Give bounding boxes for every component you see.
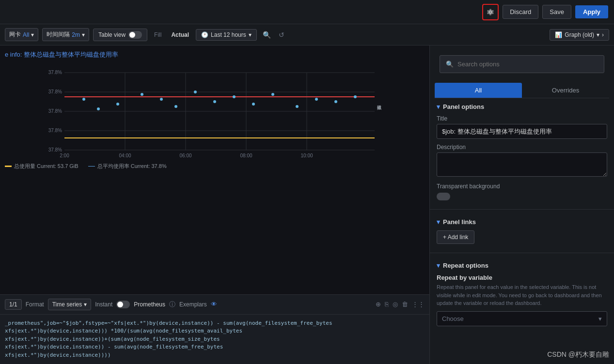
svg-text:2:00: 2:00 xyxy=(60,153,69,158)
interval-chip[interactable]: 时间间隔 2m ▾ xyxy=(42,28,89,41)
chart-legend: 总使用量 Current: 53.7 GiB 总平均使用率 Current: 3… xyxy=(5,163,425,170)
tab-overrides[interactable]: Overrides xyxy=(522,83,609,98)
table-view-switch[interactable] xyxy=(128,31,142,39)
duplicate-icon[interactable]: ⊕ xyxy=(376,301,381,308)
repeat-options-header[interactable]: ▾ Repeat options xyxy=(437,262,607,269)
svg-text:37.8%: 37.8% xyxy=(48,89,62,94)
svg-point-16 xyxy=(174,105,177,108)
svg-text:06:00: 06:00 xyxy=(179,153,191,158)
network-chip[interactable]: 网卡 All ▾ xyxy=(5,28,38,41)
svg-text:10:00: 10:00 xyxy=(300,153,313,158)
transparent-row: Transparent background xyxy=(437,183,607,190)
gear-button[interactable] xyxy=(482,4,499,20)
chart-container: 37.8% 37.8% 37.8% 37.8% 37.8% 2:00 04:00… xyxy=(5,63,425,160)
chevron-panel-icon: ▾ xyxy=(437,103,440,110)
query-text-area[interactable]: _prometheus",job=~"$job",fstype=~"xfs|ex… xyxy=(0,315,429,364)
choose-dropdown[interactable]: Choose ▾ xyxy=(437,311,607,326)
legend-color-yellow xyxy=(5,166,12,167)
chevron-down-icon: ▾ xyxy=(84,301,87,308)
svg-point-21 xyxy=(271,93,274,96)
search-bar[interactable]: 🔍 xyxy=(440,55,604,73)
title-input[interactable] xyxy=(437,124,607,139)
choose-label: Choose xyxy=(442,315,464,322)
refresh-button[interactable]: ↺ xyxy=(277,29,286,41)
svg-text:08:00: 08:00 xyxy=(240,153,252,158)
prometheus-label: Prometheus xyxy=(134,301,165,308)
svg-point-17 xyxy=(194,91,197,93)
panel-links-section: ▾ Panel links + Add link xyxy=(430,213,614,249)
svg-point-24 xyxy=(334,100,337,103)
main-content: e info: 整体总磁盘与整体平均磁盘使用率 xyxy=(0,46,614,364)
transparent-toggle[interactable] xyxy=(437,193,450,200)
svg-text:37.8%: 37.8% xyxy=(48,108,62,114)
legend-color-blue xyxy=(88,166,95,167)
table-view-toggle[interactable]: Table view xyxy=(93,29,147,41)
graph-panel-button[interactable]: 📊 Graph (old) ▾ › xyxy=(550,29,609,41)
panel-links-label: Panel links xyxy=(443,218,476,226)
svg-point-13 xyxy=(116,103,119,106)
format-label: Format xyxy=(26,301,44,308)
time-range-label: Last 12 hours xyxy=(211,31,246,38)
time-range-button[interactable]: 🕐 Last 12 hours ▾ xyxy=(196,29,257,41)
chart-area: e info: 整体总磁盘与整体平均磁盘使用率 xyxy=(0,46,429,294)
eye-icon[interactable]: 👁 xyxy=(211,301,217,308)
right-tabs: All Overrides xyxy=(435,83,609,98)
query-actions: ⊕ ⎘ ◎ 🗑 ⋮⋮ xyxy=(376,301,425,308)
transparent-label: Transparent background xyxy=(437,183,500,190)
right-panel: 🔍 All Overrides ▾ Panel options Title De… xyxy=(430,46,614,364)
tab-all[interactable]: All xyxy=(435,83,522,98)
add-link-button[interactable]: + Add link xyxy=(437,230,474,244)
chevron-icon2: ▾ xyxy=(82,31,85,38)
graph-icon: 📊 xyxy=(555,31,562,38)
svg-point-12 xyxy=(97,107,100,110)
chevron-repeat-icon: ▾ xyxy=(437,262,440,269)
copy-icon[interactable]: ⎘ xyxy=(385,301,389,308)
chevron-icon3: ▾ xyxy=(249,31,252,38)
title-label: Title xyxy=(437,115,607,122)
expand-icon: › xyxy=(602,31,604,38)
graph-panel-label: Graph (old) xyxy=(565,31,594,38)
repeat-by-label: Repeat by variable xyxy=(437,274,607,281)
instant-toggle[interactable] xyxy=(116,301,130,308)
svg-point-15 xyxy=(160,98,163,101)
drag-icon[interactable]: ⋮⋮ xyxy=(412,301,425,308)
instant-label: Instant xyxy=(95,301,112,308)
repeat-options-label: Repeat options xyxy=(443,262,488,269)
divider-1 xyxy=(430,209,614,210)
divider-2 xyxy=(430,253,614,253)
apply-button[interactable]: Apply xyxy=(575,5,608,18)
svg-point-11 xyxy=(82,98,85,101)
query-num[interactable]: 1/1 xyxy=(5,299,22,310)
panel-options-header[interactable]: ▾ Panel options xyxy=(437,103,607,110)
description-textarea[interactable] xyxy=(437,152,607,177)
zoom-out-button[interactable]: 🔍 xyxy=(261,29,273,41)
delete-icon[interactable]: 🗑 xyxy=(402,301,408,308)
svg-point-14 xyxy=(141,93,143,96)
chevron-icon4: ▾ xyxy=(597,31,599,38)
info-icon: ⓘ xyxy=(169,300,175,309)
svg-text:37.8%: 37.8% xyxy=(48,147,62,152)
repeat-description: Repeat this panel for each value in the … xyxy=(437,283,607,307)
format-select[interactable]: Time series ▾ xyxy=(48,299,92,310)
chevron-icon: ▾ xyxy=(31,31,34,38)
search-input[interactable] xyxy=(457,61,598,68)
panel-links-header[interactable]: ▾ Panel links xyxy=(437,218,607,226)
save-button[interactable]: Save xyxy=(542,5,571,19)
interval-label: 时间间隔 xyxy=(47,30,70,39)
interval-value: 2m xyxy=(72,31,80,38)
hide-icon[interactable]: ◎ xyxy=(393,301,398,308)
repeat-options-section: ▾ Repeat options Repeat by variable Repe… xyxy=(430,257,614,331)
svg-point-19 xyxy=(233,95,236,98)
chevron-links-icon: ▾ xyxy=(437,218,440,226)
actual-button[interactable]: Actual xyxy=(168,30,192,40)
network-label: 网卡 xyxy=(9,30,21,39)
panel-options-section: ▾ Panel options Title Description Transp… xyxy=(430,98,614,205)
clock-icon: 🕐 xyxy=(201,31,208,38)
discard-button[interactable]: Discard xyxy=(503,5,538,19)
format-value: Time series xyxy=(52,301,82,308)
panel-options-label: Panel options xyxy=(443,103,484,110)
fill-button[interactable]: Fill xyxy=(151,30,164,40)
chevron-choose-icon: ▾ xyxy=(598,315,602,322)
svg-point-20 xyxy=(252,103,255,106)
description-label: Description xyxy=(437,144,607,151)
